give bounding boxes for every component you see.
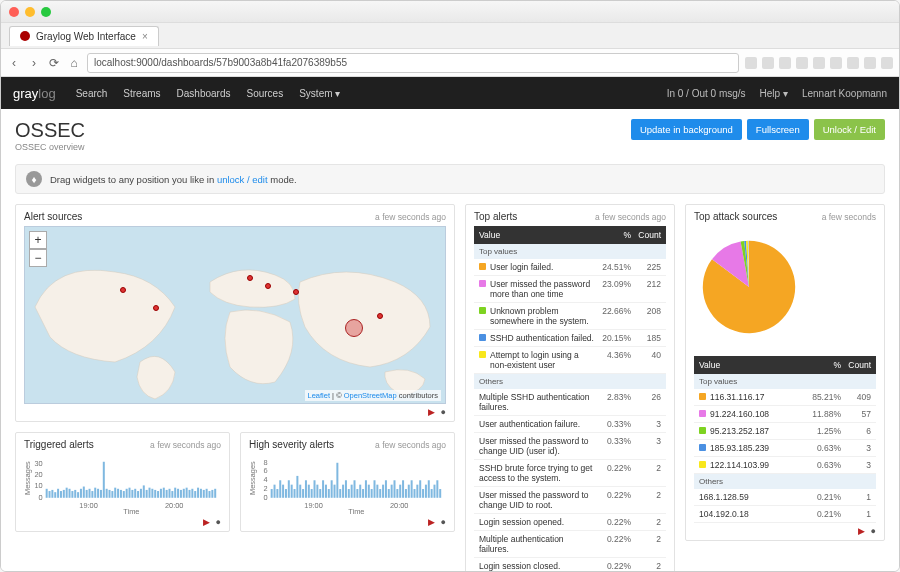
brand-logo[interactable]: graylog — [13, 86, 56, 101]
info-icon[interactable]: ● — [441, 407, 446, 417]
svg-rect-130 — [433, 485, 435, 498]
ext-icon[interactable] — [864, 57, 876, 69]
svg-rect-82 — [296, 476, 298, 498]
table-row[interactable]: User login failed.24.51%225 — [474, 259, 666, 276]
svg-rect-63 — [214, 489, 216, 498]
play-icon[interactable]: ▶ — [428, 407, 435, 417]
table-row[interactable]: Attempt to login using a non-existent us… — [474, 347, 666, 374]
play-icon[interactable]: ▶ — [203, 517, 210, 527]
nav-link[interactable]: Search — [76, 88, 108, 99]
table-section: Others — [694, 474, 876, 489]
nav-link[interactable]: Dashboards — [177, 88, 231, 99]
svg-rect-131 — [436, 480, 438, 498]
zoom-out-button[interactable]: − — [29, 249, 47, 267]
fullscreen-button[interactable]: Fullscreen — [747, 119, 809, 140]
svg-rect-112 — [382, 485, 384, 498]
svg-rect-86 — [308, 485, 310, 498]
svg-rect-121 — [408, 485, 410, 498]
maximize-icon[interactable] — [41, 7, 51, 17]
svg-rect-57 — [197, 488, 199, 498]
table-row[interactable]: Unknown problem somewhere in the system.… — [474, 303, 666, 330]
tab-close-icon[interactable]: × — [142, 31, 148, 42]
svg-rect-8 — [57, 489, 59, 498]
table-row[interactable]: Multiple authentication failures.0.22%2 — [474, 531, 666, 558]
table-row[interactable]: 95.213.252.1871.25%6 — [694, 423, 876, 440]
table-row[interactable]: 168.1.128.590.21%1 — [694, 489, 876, 506]
map-marker[interactable] — [120, 287, 126, 293]
svg-rect-10 — [63, 490, 65, 498]
map-marker[interactable] — [265, 283, 271, 289]
svg-rect-103 — [356, 489, 358, 498]
widget-top-attack-sources: Top attack sources a few seconds Value%C… — [685, 204, 885, 541]
ext-icon[interactable] — [779, 57, 791, 69]
map-marker-large[interactable] — [345, 319, 363, 337]
ext-icon[interactable] — [830, 57, 842, 69]
table-row[interactable]: 116.31.116.1785.21%409 — [694, 389, 876, 406]
browser-tab[interactable]: Graylog Web Interface × — [9, 26, 159, 46]
ext-icon[interactable] — [847, 57, 859, 69]
ext-icon[interactable] — [813, 57, 825, 69]
forward-icon[interactable]: › — [27, 56, 41, 70]
play-icon[interactable]: ▶ — [858, 526, 865, 536]
svg-rect-99 — [345, 480, 347, 498]
svg-rect-47 — [168, 489, 170, 498]
unlock-edit-button[interactable]: Unlock / Edit — [814, 119, 885, 140]
svg-rect-101 — [351, 485, 353, 498]
svg-rect-92 — [325, 485, 327, 498]
map-marker[interactable] — [293, 289, 299, 295]
world-map[interactable]: + − Leaflet | © OpenStreetMap contributo… — [24, 226, 446, 404]
nav-link[interactable]: System ▾ — [299, 88, 340, 99]
table-row[interactable]: 185.93.185.2390.63%3 — [694, 440, 876, 457]
table-row[interactable]: Login session opened.0.22%2 — [474, 514, 666, 531]
table-row[interactable]: User missed the password more than one t… — [474, 276, 666, 303]
info-icon[interactable]: ● — [441, 517, 446, 527]
map-marker[interactable] — [377, 313, 383, 319]
play-icon[interactable]: ▶ — [428, 517, 435, 527]
unlock-edit-link[interactable]: unlock / edit — [217, 174, 268, 185]
table-row[interactable]: User authentication failure.0.33%3 — [474, 416, 666, 433]
minimize-icon[interactable] — [25, 7, 35, 17]
ext-icon[interactable] — [796, 57, 808, 69]
map-marker[interactable] — [247, 275, 253, 281]
user-menu[interactable]: Lennart Koopmann — [802, 88, 887, 99]
info-icon[interactable]: ● — [216, 517, 221, 527]
widget-timestamp: a few seconds ago — [595, 212, 666, 222]
svg-rect-117 — [396, 489, 398, 498]
svg-rect-132 — [439, 489, 441, 498]
table-row[interactable]: Multiple SSHD authentication failures.2.… — [474, 389, 666, 416]
svg-rect-43 — [157, 491, 159, 498]
table-row[interactable]: SSHD authentication failed.20.15%185 — [474, 330, 666, 347]
close-icon[interactable] — [9, 7, 19, 17]
widget-title: Top alerts — [474, 211, 517, 222]
widget-title: Top attack sources — [694, 211, 777, 222]
map-marker[interactable] — [153, 305, 159, 311]
svg-text:19:00: 19:00 — [79, 501, 97, 510]
svg-rect-29 — [117, 489, 119, 498]
url-input[interactable] — [87, 53, 739, 73]
home-icon[interactable]: ⌂ — [67, 56, 81, 70]
table-row[interactable]: SSHD brute force trying to get access to… — [474, 460, 666, 487]
nav-link[interactable]: Streams — [123, 88, 160, 99]
table-row[interactable]: 91.224.160.10811.88%57 — [694, 406, 876, 423]
info-icon[interactable]: ● — [871, 526, 876, 536]
table-row[interactable]: User missed the password to change UID (… — [474, 433, 666, 460]
back-icon[interactable]: ‹ — [7, 56, 21, 70]
table-row[interactable]: User missed the password to change UID t… — [474, 487, 666, 514]
nav-link[interactable]: Sources — [247, 88, 284, 99]
ext-icon[interactable] — [745, 57, 757, 69]
ext-icon[interactable] — [762, 57, 774, 69]
svg-text:19:00: 19:00 — [304, 501, 322, 510]
zoom-in-button[interactable]: + — [29, 231, 47, 249]
help-menu[interactable]: Help ▾ — [760, 88, 788, 99]
table-row[interactable]: 104.192.0.180.21%1 — [694, 506, 876, 523]
reload-icon[interactable]: ⟳ — [47, 56, 61, 70]
svg-rect-129 — [431, 489, 433, 498]
svg-text:0: 0 — [264, 493, 268, 502]
svg-rect-19 — [89, 489, 91, 498]
svg-rect-33 — [129, 488, 131, 498]
update-background-button[interactable]: Update in background — [631, 119, 742, 140]
hamburger-icon[interactable] — [881, 57, 893, 69]
table-row[interactable]: Login session closed.0.22%2 — [474, 558, 666, 571]
svg-rect-35 — [134, 489, 136, 498]
table-row[interactable]: 122.114.103.990.63%3 — [694, 457, 876, 474]
